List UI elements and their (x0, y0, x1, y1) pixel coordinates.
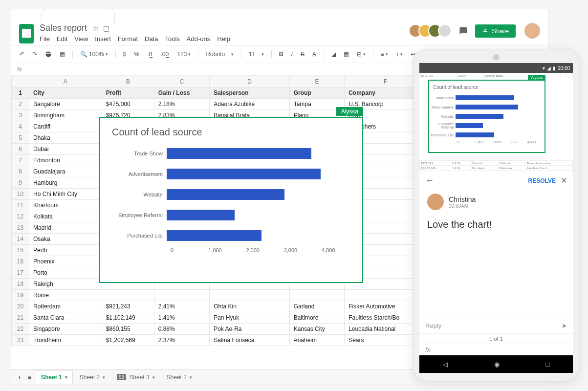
row-header[interactable]: 6 (12, 144, 29, 155)
cell[interactable]: $860,155 (102, 324, 154, 335)
valign-icon[interactable]: ↕▾ (393, 49, 405, 59)
all-sheets-icon[interactable]: ≡ (25, 372, 34, 382)
cell[interactable]: 2.18% (154, 99, 209, 110)
fontsize-dropdown[interactable]: 11 ▾ (246, 49, 266, 59)
percent-icon[interactable]: % (131, 49, 142, 59)
cell[interactable]: Ho Chi Minh City (29, 189, 102, 200)
cell[interactable]: Gain / Loss (154, 87, 209, 99)
cell[interactable] (210, 290, 289, 301)
cell[interactable]: Ohta Kin (210, 301, 289, 312)
cell[interactable]: Pan Hyuk (210, 312, 289, 324)
cell[interactable]: Salesperson (210, 87, 289, 99)
cell[interactable]: Anaheim (289, 335, 345, 346)
cell[interactable]: Garland (289, 301, 345, 312)
cell[interactable]: Singapore (29, 324, 102, 335)
menu-tools[interactable]: Tools (165, 35, 179, 43)
bold-icon[interactable]: B (277, 49, 286, 59)
redo-icon[interactable]: ↷ (30, 49, 40, 59)
cell[interactable]: Rotterdam (29, 301, 102, 312)
cell[interactable] (289, 290, 345, 301)
menu-format[interactable]: Format (118, 35, 138, 43)
halign-icon[interactable]: ≡▾ (378, 49, 391, 59)
menu-data[interactable]: Data (145, 35, 158, 43)
cell[interactable]: Trondheim (29, 335, 102, 346)
cell[interactable]: Adaora Azubike (210, 99, 289, 110)
move-folder-icon[interactable]: ▢ (103, 24, 109, 32)
mini-sheet-view[interactable]: $975,7202.83%Bansilal BrataPlano Alyssa … (419, 73, 573, 171)
row-header[interactable]: 21 (12, 312, 29, 324)
sheet-tab[interactable]: Sheet 2▾ (162, 370, 197, 384)
cell[interactable]: Dhaka (29, 132, 102, 144)
menu-view[interactable]: View (74, 35, 88, 43)
cell[interactable]: Phoenix (29, 256, 102, 267)
cell[interactable]: Khartoum (29, 200, 102, 211)
user-avatar[interactable] (524, 23, 540, 39)
phone-fx-bar[interactable]: fx (419, 344, 573, 355)
cell[interactable]: Bangalore (29, 99, 102, 110)
cell[interactable]: Porto (29, 267, 102, 279)
row-header[interactable]: 16 (12, 256, 29, 267)
row-header[interactable]: 19 (12, 290, 29, 301)
cell[interactable]: Edmonton (29, 155, 102, 166)
print-icon[interactable] (43, 49, 54, 59)
row-header[interactable]: 10 (12, 189, 29, 200)
decimal-less-icon[interactable]: .0̲ (145, 49, 155, 59)
chart-overlay[interactable]: Alyssa Count of lead source Trade ShowAd… (99, 117, 363, 283)
android-home-icon[interactable]: ◉ (494, 361, 500, 368)
cell[interactable]: 1.41% (154, 312, 209, 324)
cell[interactable]: $921,243 (102, 301, 154, 312)
cell[interactable]: Kolkata (29, 211, 102, 222)
menu-file[interactable]: File (40, 35, 50, 43)
cell[interactable]: 0.88% (154, 324, 209, 335)
row-header[interactable]: 9 (12, 177, 29, 189)
cell[interactable]: Guadalajara (29, 166, 102, 177)
row-header[interactable]: 12 (12, 211, 29, 222)
sheet-tab[interactable]: Sheet 1▾ (36, 370, 73, 384)
col-header[interactable]: E (289, 76, 345, 87)
add-sheet-icon[interactable]: + (15, 372, 23, 382)
back-icon[interactable]: ← (425, 175, 434, 186)
row-header[interactable]: 1 (12, 87, 29, 99)
col-header[interactable]: D (210, 76, 289, 87)
font-dropdown[interactable]: Roboto ▾ (203, 49, 236, 59)
decimal-more-icon[interactable]: .00̲ (158, 49, 172, 59)
sheet-tab[interactable]: 99Sheet 3▾ (112, 370, 160, 384)
row-header[interactable]: 15 (12, 245, 29, 256)
presence-avatars[interactable] (413, 24, 452, 38)
merge-icon[interactable]: ⊟▾ (354, 49, 368, 59)
cell[interactable]: 2.41% (154, 301, 209, 312)
cell[interactable]: 2.37% (154, 335, 209, 346)
cell[interactable]: Dubai (29, 144, 102, 155)
undo-icon[interactable]: ↶ (17, 49, 27, 59)
cell[interactable]: City (29, 87, 102, 99)
cell[interactable]: Cardiff (29, 121, 102, 132)
cell[interactable]: Perth (29, 245, 102, 256)
italic-icon[interactable]: I (289, 49, 295, 59)
android-recents-icon[interactable]: □ (546, 361, 550, 368)
cell[interactable]: Osaka (29, 234, 102, 245)
row-header[interactable]: 11 (12, 200, 29, 211)
cell[interactable]: Profit (102, 87, 154, 99)
cell[interactable]: $475,000 (102, 99, 154, 110)
comments-icon[interactable] (457, 24, 470, 38)
row-header[interactable]: 3 (12, 110, 29, 121)
row-header[interactable]: 20 (12, 301, 29, 312)
share-button[interactable]: Share (475, 24, 516, 38)
borders-icon[interactable]: ▦ (341, 49, 351, 59)
cell[interactable]: Birmingham (29, 110, 102, 121)
cell[interactable]: Hamburg (29, 177, 102, 189)
cell[interactable]: Madrid (29, 222, 102, 234)
cell[interactable]: Pok Ae-Ra (210, 324, 289, 335)
col-header[interactable]: B (102, 76, 154, 87)
col-header[interactable]: C (154, 76, 209, 87)
number-format-dropdown[interactable]: 123 ▾ (174, 49, 193, 59)
row-header[interactable]: 18 (12, 279, 29, 290)
row-header[interactable]: 8 (12, 166, 29, 177)
menu-help[interactable]: Help (217, 35, 230, 43)
cell[interactable]: Rome (29, 290, 102, 301)
sheet-tab[interactable]: Sheet 2▾ (75, 370, 110, 384)
cell[interactable]: Raleigh (29, 279, 102, 290)
cell[interactable]: $1,102,149 (102, 312, 154, 324)
cell[interactable]: Santa Clara (29, 312, 102, 324)
doc-title[interactable]: Sales report (40, 23, 87, 33)
